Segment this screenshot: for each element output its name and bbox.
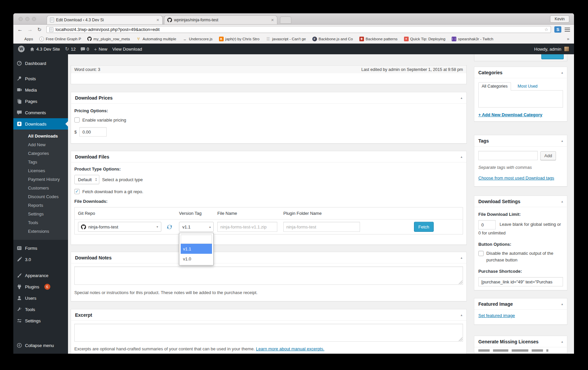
price-input[interactable] [79,127,107,137]
bookmark-apps[interactable]: Apps [18,37,33,41]
view-download-link[interactable]: View Download [112,47,142,52]
close-tab-icon[interactable]: ✕ [271,18,274,22]
collapse-arrow-icon[interactable]: ▴ [461,256,462,259]
collapse-menu-button[interactable]: Collapse menu [13,340,68,351]
plugin-folder-input[interactable] [283,222,360,232]
browser-menu-icon[interactable] [565,28,570,32]
panel-header[interactable]: Featured Image ▴ [474,298,567,310]
tab-all-categories[interactable]: All Categories [478,82,511,91]
reload-icon[interactable]: ↻ [37,27,42,32]
panel-header[interactable]: Download Notes ▴ [71,252,466,263]
update-button-fragment[interactable] [541,54,564,59]
forward-icon[interactable]: → [27,27,33,32]
sidebar-item-nf3[interactable]: 3.0 [13,254,68,265]
dropdown-search-input[interactable] [181,234,212,244]
bookmark-item[interactable]: ⑂Automating multiple [136,37,176,41]
bookmark-item[interactable]: Bjaph(r) by Chris Stro [219,37,260,41]
bookmarks-overflow-chevron[interactable]: » [567,36,569,41]
sidebar-item-appearance[interactable]: Appearance [13,270,68,281]
category-checklist[interactable] [478,90,563,108]
git-repo-select[interactable]: ninja-forms-test ▼ [78,222,161,232]
variable-pricing-checkbox[interactable] [74,117,80,123]
sidebar-item-payment-history[interactable]: Payment History [13,175,68,184]
sidebar-item-reports[interactable]: Reports [13,201,68,210]
resize-grip-icon[interactable] [459,337,462,341]
collapse-arrow-icon[interactable]: ▴ [561,302,563,306]
sidebar-item-extensions[interactable]: Extensions [13,227,68,236]
extension-s-icon[interactable]: S [554,26,561,33]
collapse-arrow-icon[interactable]: ▴ [561,139,563,143]
bookmark-star-icon[interactable]: ☆ [544,27,548,32]
sidebar-item-users[interactable]: Users [13,292,68,304]
howdy-admin[interactable]: Howdy, admin [534,47,561,52]
panel-header[interactable]: Categories ▴ [474,67,567,78]
refresh-repos-icon[interactable] [167,224,172,230]
minimize-window-button[interactable] [25,17,29,21]
git-fetch-checkbox[interactable] [74,189,80,194]
bookmark-item[interactable]: my_plugin_row_meta [87,37,130,41]
panel-header[interactable]: Generate Missing Licenses ▴ [474,336,567,347]
sidebar-item-categories[interactable]: Categories [13,149,68,158]
address-bar[interactable]: localhost/4.3/wp-admin/post.php?post=49&… [46,26,551,33]
product-type-select[interactable]: Default ▲▼ [74,175,99,184]
manual-excerpts-link[interactable]: Learn more about manual excerpts. [256,346,324,351]
sidebar-item-posts[interactable]: Posts [13,73,68,84]
close-tab-icon[interactable]: ✕ [156,18,159,22]
tab-most-used[interactable]: Most Used [518,84,538,91]
tab-edit-download[interactable]: Edit Download ‹ 4.3 Dev Si ✕ [47,15,163,24]
close-window-button[interactable] [19,17,23,21]
back-icon[interactable]: ← [17,27,23,32]
panel-header[interactable]: Download Files ▴ [71,151,466,163]
sidebar-item-customers[interactable]: Customers [13,184,68,192]
download-notes-textarea[interactable] [74,266,463,285]
excerpt-textarea[interactable] [74,324,463,342]
file-name-input[interactable] [217,222,277,232]
file-limit-input[interactable] [478,220,496,229]
new-tag-input[interactable] [478,151,538,160]
collapse-arrow-icon[interactable]: ▴ [561,340,563,343]
bookmark-item[interactable]: ☰javascript - Can't ge [266,37,306,41]
sidebar-item-media[interactable]: Media [13,84,68,96]
version-tag-select[interactable]: v1.1 ▲ [179,222,214,232]
bookmark-item[interactable]: ✦Quick Tip: Deploying [404,37,445,41]
panel-header[interactable]: Excerpt ▴ [71,309,466,321]
panel-header[interactable]: Tags ▴ [474,135,567,147]
panel-header[interactable]: Download Prices ▴ [71,92,466,104]
sidebar-item-licenses[interactable]: Licenses [13,167,68,175]
avatar[interactable] [564,46,569,52]
new-content-menu[interactable]: + New [94,46,107,52]
choose-tags-link[interactable]: Choose from most used Download tags [478,176,554,181]
browser-profile-button[interactable]: Kevin [550,15,569,23]
collapse-arrow-icon[interactable]: ▴ [561,200,563,203]
add-category-link[interactable]: + Add New Download Category [478,112,542,117]
zoom-window-button[interactable] [32,17,36,21]
purchase-shortcode-input[interactable] [478,277,563,286]
fetch-button[interactable]: Fetch [414,222,434,232]
sidebar-item-pages[interactable]: Pages [13,96,68,107]
sidebar-item-all-downloads[interactable]: All Downloads [13,132,68,141]
sidebar-item-settings[interactable]: Settings [13,210,68,218]
set-featured-image-link[interactable]: Set featured image [478,313,515,318]
dropdown-option-v1-1[interactable]: v1.1 [181,244,212,254]
bookmark-item[interactable]: ✚Backbone patterns [359,37,398,41]
sidebar-item-tags[interactable]: Tags [13,158,68,167]
updates-menu[interactable]: ↻ 12 [65,46,76,52]
collapse-arrow-icon[interactable]: ▴ [461,313,462,317]
panel-header[interactable]: Download Settings ▴ [474,196,567,207]
collapse-arrow-icon[interactable]: ▴ [461,155,462,159]
sidebar-item-discount-codes[interactable]: Discount Codes [13,192,68,201]
sidebar-item-add-new[interactable]: Add New [13,141,68,149]
sidebar-item-comments[interactable]: Comments [13,107,68,118]
sidebar-item-forms[interactable]: Forms [13,242,68,254]
site-name-menu[interactable]: 4.3 Dev Site [30,47,60,52]
comments-menu[interactable]: 0 [81,47,89,52]
bookmark-item[interactable]: ❘❘spearshak3r - Twitch [452,37,493,41]
collapse-arrow-icon[interactable]: ▴ [561,71,563,74]
add-tag-button[interactable]: Add [540,151,556,160]
disable-purchase-button-checkbox[interactable] [478,251,484,256]
tab-github-repo[interactable]: wpninjas/ninja-forms-test ✕ [164,15,277,24]
collapse-arrow-icon[interactable]: ▴ [461,96,462,100]
sidebar-item-downloads[interactable]: Downloads [13,118,68,130]
bookmark-item[interactable]: ＿Underscore.js [183,37,213,41]
resize-grip-icon[interactable] [459,280,462,284]
